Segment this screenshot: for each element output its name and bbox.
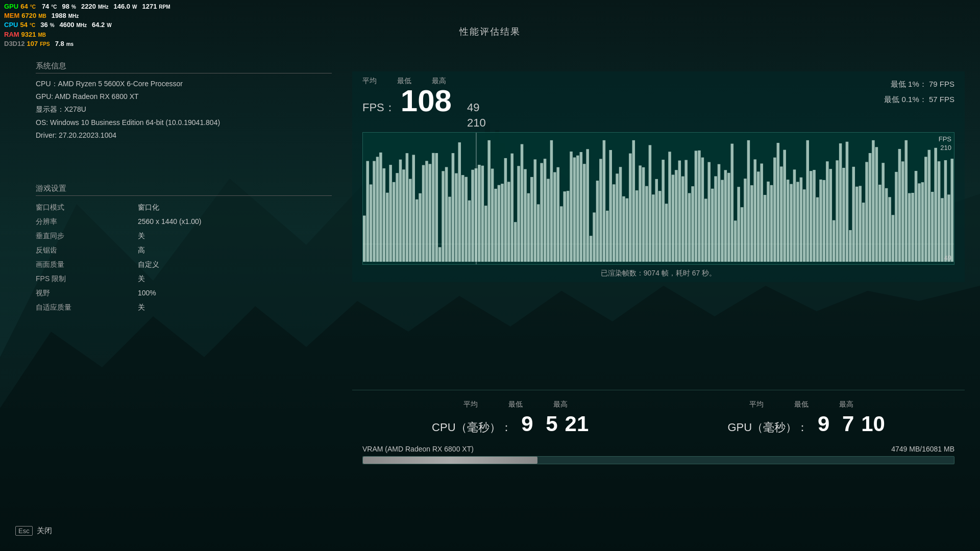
vram-bar-background xyxy=(362,456,954,464)
svg-rect-72 xyxy=(567,191,570,262)
settings-val: 自定义 xyxy=(138,257,159,271)
settings-row: 画面质量 自定义 xyxy=(36,257,332,271)
svg-rect-111 xyxy=(695,151,698,262)
game-settings-title: 游戏设置 xyxy=(36,184,332,196)
fps-low1-value: 79 FPS xyxy=(929,80,954,88)
hud-d3d12-ms: 7.8 xyxy=(55,39,64,48)
settings-row: 自适应质量 关 xyxy=(36,300,332,314)
svg-rect-180 xyxy=(921,182,924,262)
svg-rect-128 xyxy=(750,185,753,262)
svg-rect-101 xyxy=(662,160,665,262)
svg-rect-75 xyxy=(576,156,579,262)
svg-rect-14 xyxy=(376,157,379,262)
svg-rect-149 xyxy=(819,180,822,262)
fps-chart-svg xyxy=(363,133,954,264)
settings-row: 反锯齿 高 xyxy=(36,243,332,257)
fps-percentile-stats: 最低 1%： 79 FPS 最低 0.1%： 57 FPS xyxy=(884,77,954,107)
hud-gpu-rpm: 1271 xyxy=(142,2,157,11)
svg-rect-65 xyxy=(544,159,547,262)
svg-rect-179 xyxy=(918,183,921,262)
fps-low1-label: 最低 1%： xyxy=(891,80,927,88)
svg-rect-64 xyxy=(540,163,543,262)
svg-rect-116 xyxy=(711,189,714,262)
svg-rect-34 xyxy=(442,171,445,262)
hud-d3d12-fps-unit: FPS xyxy=(40,41,50,48)
svg-rect-44 xyxy=(475,168,478,262)
settings-key: 自适应质量 xyxy=(36,300,138,314)
svg-rect-40 xyxy=(461,175,464,262)
svg-rect-184 xyxy=(934,148,937,262)
svg-rect-17 xyxy=(386,193,389,262)
svg-rect-24 xyxy=(409,179,412,262)
svg-rect-92 xyxy=(632,140,635,262)
svg-rect-46 xyxy=(481,166,484,262)
svg-rect-163 xyxy=(865,162,868,262)
settings-row: 窗口模式 窗口化 xyxy=(36,200,332,214)
timing-panel: 平均 最低 最高 平均 最低 最高 CPU（毫秒）： 9 5 21 GPU（毫秒… xyxy=(352,400,965,436)
svg-rect-49 xyxy=(491,169,494,262)
hud-mem-unit: MB xyxy=(38,13,46,20)
esc-key[interactable]: Esc xyxy=(15,526,33,536)
timing-divider xyxy=(352,390,965,390)
svg-rect-95 xyxy=(642,167,645,262)
svg-rect-118 xyxy=(718,164,721,262)
svg-rect-162 xyxy=(862,203,865,262)
svg-rect-129 xyxy=(754,159,757,262)
svg-rect-48 xyxy=(487,140,491,262)
close-button[interactable]: Esc 关闭 xyxy=(15,526,52,536)
svg-rect-29 xyxy=(425,161,428,262)
settings-val: 高 xyxy=(138,243,145,257)
svg-rect-67 xyxy=(550,140,553,262)
hud-mem-label: MEM xyxy=(4,11,19,20)
hud-gpu-w-unit: W xyxy=(132,4,137,11)
svg-rect-91 xyxy=(629,154,632,262)
svg-rect-108 xyxy=(684,160,688,262)
svg-rect-114 xyxy=(704,198,707,262)
settings-val: 2560 x 1440 (x1.00) xyxy=(138,214,202,229)
game-settings-panel: 游戏设置 窗口模式 窗口化 分辨率 2560 x 1440 (x1.00) 垂直… xyxy=(36,184,332,314)
svg-rect-28 xyxy=(422,165,425,262)
svg-rect-59 xyxy=(524,169,527,262)
svg-rect-38 xyxy=(455,173,458,262)
system-gpu-info: GPU: AMD Radeon RX 6800 XT xyxy=(36,90,332,103)
close-label: 关闭 xyxy=(37,526,52,536)
svg-rect-88 xyxy=(619,167,622,262)
svg-rect-160 xyxy=(855,187,859,262)
svg-rect-166 xyxy=(875,147,878,262)
svg-rect-140 xyxy=(790,184,793,262)
svg-rect-20 xyxy=(396,173,399,262)
svg-rect-39 xyxy=(458,142,461,262)
svg-rect-141 xyxy=(793,169,796,262)
svg-rect-53 xyxy=(504,158,507,262)
svg-rect-169 xyxy=(885,188,888,262)
svg-rect-83 xyxy=(603,140,606,262)
svg-rect-177 xyxy=(911,193,914,262)
svg-rect-56 xyxy=(514,222,517,262)
svg-rect-122 xyxy=(731,144,734,262)
svg-rect-10 xyxy=(363,216,366,262)
svg-rect-41 xyxy=(464,177,468,262)
hud-gpu-temp-unit: °C xyxy=(30,4,36,11)
svg-rect-50 xyxy=(494,189,497,262)
svg-rect-144 xyxy=(803,189,806,262)
settings-row: 分辨率 2560 x 1440 (x1.00) xyxy=(36,214,332,229)
svg-rect-138 xyxy=(783,150,786,262)
fps-chart-min-value: 49 xyxy=(944,254,951,262)
hud-gpu-rpm-unit: RPM xyxy=(159,4,170,11)
vram-label: VRAM (AMD Radeon RX 6800 XT) xyxy=(362,445,474,453)
system-info-panel: 系统信息 CPU：AMD Ryzen 5 5600X 6-Core Proces… xyxy=(36,61,332,142)
settings-table: 窗口模式 窗口化 分辨率 2560 x 1440 (x1.00) 垂直同步 关 … xyxy=(36,200,332,314)
svg-rect-181 xyxy=(924,157,927,262)
svg-rect-103 xyxy=(668,152,671,262)
svg-rect-153 xyxy=(832,220,836,262)
gpu-timing-avg: 9 xyxy=(812,412,835,436)
svg-rect-143 xyxy=(800,178,803,262)
hud-gpu-w: 146.0 xyxy=(113,2,130,11)
settings-key: FPS 限制 xyxy=(36,271,138,286)
gpu-timing-label: GPU（毫秒）： xyxy=(727,420,808,435)
fps-min-max-values: 49 210 xyxy=(467,101,486,130)
fps-low1-row: 最低 1%： 79 FPS xyxy=(884,77,954,92)
svg-rect-89 xyxy=(622,196,625,262)
svg-rect-52 xyxy=(501,184,504,262)
svg-rect-79 xyxy=(590,236,593,262)
